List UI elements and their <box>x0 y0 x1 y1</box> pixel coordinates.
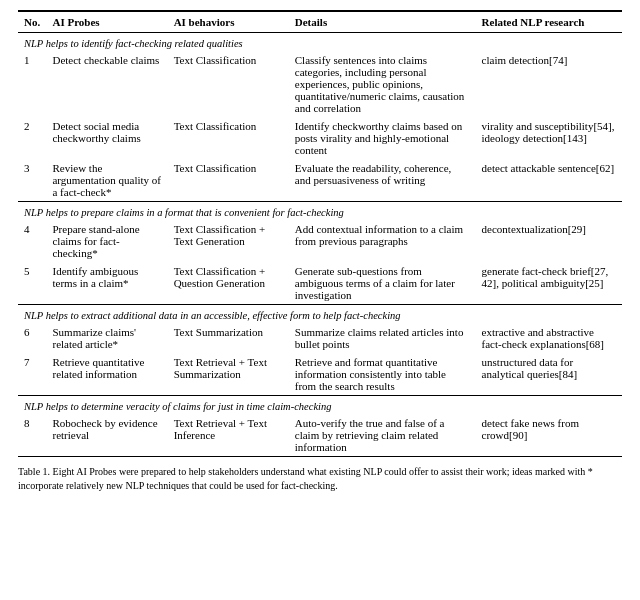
table-row: 8Robocheck by evidence retrievalText Ret… <box>18 414 622 457</box>
table-row: 5Identify ambiguous terms in a claim*Tex… <box>18 262 622 305</box>
main-table: No. AI Probes AI behaviors Details Relat… <box>18 10 622 457</box>
cell-details: Classify sentences into claims categorie… <box>289 51 476 117</box>
cell-probe: Prepare stand-alone claims for fact-chec… <box>46 220 167 262</box>
cell-details: Identify checkworthy claims based on pos… <box>289 117 476 159</box>
cell-details: Add contextual information to a claim fr… <box>289 220 476 262</box>
cell-nlp: virality and susceptibility[54], ideolog… <box>476 117 622 159</box>
cell-behavior: Text Retrieval + Text Inference <box>168 414 289 457</box>
cell-probe: Retrieve quantitative related informatio… <box>46 353 167 396</box>
cell-nlp: unstructured data for analytical queries… <box>476 353 622 396</box>
col-header-details: Details <box>289 11 476 33</box>
cell-probe: Robocheck by evidence retrieval <box>46 414 167 457</box>
col-header-no: No. <box>18 11 46 33</box>
section-header-1: NLP helps to prepare claims in a format … <box>18 202 622 221</box>
table-row: 4Prepare stand-alone claims for fact-che… <box>18 220 622 262</box>
cell-no: 1 <box>18 51 46 117</box>
col-header-nlp: Related NLP research <box>476 11 622 33</box>
col-header-probe: AI Probes <box>46 11 167 33</box>
cell-no: 7 <box>18 353 46 396</box>
cell-behavior: Text Classification + Question Generatio… <box>168 262 289 305</box>
cell-no: 8 <box>18 414 46 457</box>
cell-details: Evaluate the readability, coherence, and… <box>289 159 476 202</box>
col-header-behavior: AI behaviors <box>168 11 289 33</box>
cell-details: Auto-verify the true and false of a clai… <box>289 414 476 457</box>
cell-no: 3 <box>18 159 46 202</box>
cell-behavior: Text Retrieval + Text Summarization <box>168 353 289 396</box>
cell-details: Summarize claims related articles into b… <box>289 323 476 353</box>
table-row: 1Detect checkable claimsText Classificat… <box>18 51 622 117</box>
cell-probe: Summarize claims' related article* <box>46 323 167 353</box>
table-row: 6Summarize claims' related article*Text … <box>18 323 622 353</box>
cell-probe: Review the argumentation quality of a fa… <box>46 159 167 202</box>
table-row: 7Retrieve quantitative related informati… <box>18 353 622 396</box>
cell-nlp: claim detection[74] <box>476 51 622 117</box>
cell-nlp: generate fact-check brief[27, 42], polit… <box>476 262 622 305</box>
cell-details: Retrieve and format quantitative informa… <box>289 353 476 396</box>
cell-behavior: Text Classification <box>168 117 289 159</box>
table-caption: Table 1. Eight AI Probes were prepared t… <box>18 465 622 493</box>
cell-nlp: detect fake news from crowd[90] <box>476 414 622 457</box>
cell-no: 6 <box>18 323 46 353</box>
cell-no: 4 <box>18 220 46 262</box>
cell-behavior: Text Classification + Text Generation <box>168 220 289 262</box>
section-header-3: NLP helps to determine veracity of claim… <box>18 396 622 415</box>
cell-behavior: Text Classification <box>168 159 289 202</box>
cell-probe: Identify ambiguous terms in a claim* <box>46 262 167 305</box>
section-header-0: NLP helps to identify fact-checking rela… <box>18 33 622 52</box>
cell-nlp: decontextualization[29] <box>476 220 622 262</box>
cell-no: 5 <box>18 262 46 305</box>
cell-no: 2 <box>18 117 46 159</box>
cell-probe: Detect checkable claims <box>46 51 167 117</box>
table-row: 2Detect social media checkworthy claimsT… <box>18 117 622 159</box>
section-header-2: NLP helps to extract additional data in … <box>18 305 622 324</box>
cell-probe: Detect social media checkworthy claims <box>46 117 167 159</box>
table-row: 3Review the argumentation quality of a f… <box>18 159 622 202</box>
cell-nlp: extractive and abstractive fact-check ex… <box>476 323 622 353</box>
cell-nlp: detect attackable sentence[62] <box>476 159 622 202</box>
cell-behavior: Text Classification <box>168 51 289 117</box>
cell-behavior: Text Summarization <box>168 323 289 353</box>
cell-details: Generate sub-questions from ambiguous te… <box>289 262 476 305</box>
